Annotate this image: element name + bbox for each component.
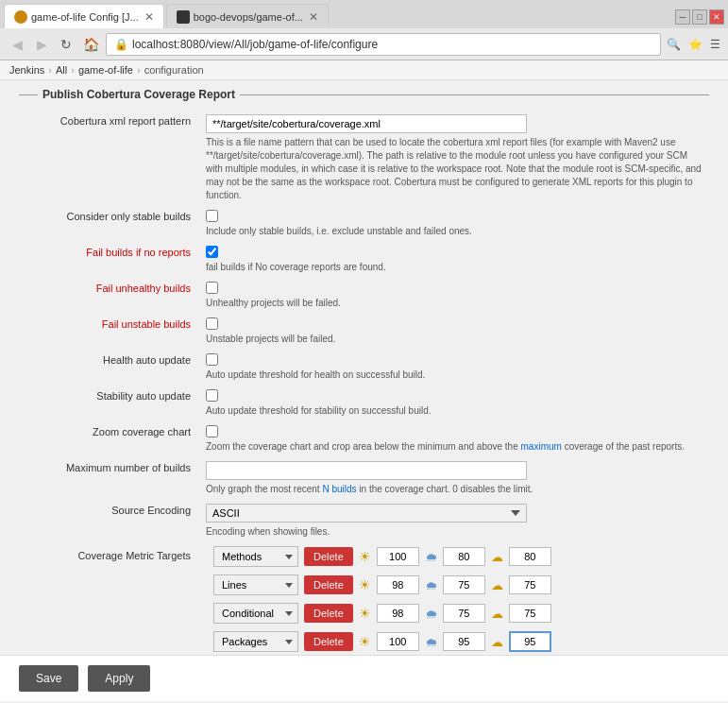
- stability-auto-checkbox[interactable]: [206, 389, 218, 402]
- max-builds-help-post: in the coverage chart. 0 disables the li…: [359, 484, 533, 494]
- reload-button[interactable]: ↻: [57, 35, 76, 54]
- cloud-icon-packages: 🌧: [425, 635, 437, 649]
- address-bar[interactable]: 🔒 localhost:8080/view/All/job/game-of-li…: [106, 33, 661, 56]
- delete-methods-button[interactable]: Delete: [304, 547, 353, 566]
- fail-unhealthy-help: Unhealthy projects will be failed.: [206, 297, 702, 310]
- search-icon[interactable]: 🔍: [667, 38, 681, 51]
- breadcrumb-sep1: ›: [48, 64, 52, 76]
- coverage-targets-field: Methods Lines Conditional Packages Delet…: [198, 542, 709, 655]
- delete-conditional-button[interactable]: Delete: [304, 604, 353, 623]
- metric-select-packages[interactable]: Methods Lines Conditional Packages: [213, 631, 298, 652]
- browser-toolbar: ◀ ▶ ↻ 🏠 🔒 localhost:8080/view/All/job/ga…: [0, 28, 728, 60]
- metric-select-conditional[interactable]: Methods Lines Conditional Packages: [213, 603, 298, 624]
- weather-icon-conditional: ☁: [491, 607, 503, 621]
- stability-auto-row: Stability auto update Auto update thresh…: [9, 386, 709, 421]
- xml-pattern-row: Cobertura xml report pattern This is a f…: [9, 111, 709, 206]
- max-builds-help-n: N builds: [322, 484, 356, 494]
- methods-val3[interactable]: [509, 547, 551, 566]
- fail-no-reports-help: fail builds if No coverage reports are f…: [206, 261, 702, 274]
- stability-auto-label: Stability auto update: [9, 386, 198, 421]
- packages-val2[interactable]: [443, 632, 485, 651]
- breadcrumb: Jenkins › All › game-of-life › configura…: [0, 60, 728, 80]
- metric-select-lines[interactable]: Methods Lines Conditional Packages: [213, 574, 298, 595]
- delete-lines-button[interactable]: Delete: [304, 575, 353, 594]
- tab2-favicon: [177, 10, 190, 24]
- max-builds-input[interactable]: [206, 461, 527, 480]
- fail-unstable-help: Unstable projects will be failed.: [206, 333, 702, 346]
- xml-pattern-input[interactable]: [206, 114, 527, 133]
- zoom-row: Zoom coverage chart Zoom the coverage ch…: [9, 421, 709, 457]
- health-auto-label: Health auto update: [9, 350, 198, 386]
- health-auto-help: Auto update threshold for health on succ…: [206, 369, 702, 382]
- apply-button[interactable]: Apply: [88, 665, 150, 692]
- fail-unhealthy-checkbox[interactable]: [206, 282, 218, 294]
- lines-val1[interactable]: [377, 575, 419, 594]
- sun-icon-conditional: ☀: [359, 606, 371, 621]
- bookmark-icon[interactable]: ⭐: [688, 38, 703, 51]
- max-builds-field: Only graph the most recent N builds in t…: [198, 457, 709, 500]
- home-button[interactable]: 🏠: [81, 35, 100, 54]
- cloud-icon-lines: 🌧: [425, 578, 437, 592]
- maximize-button[interactable]: □: [692, 9, 707, 25]
- source-encoding-row: Source Encoding ASCII UTF-8 UTF-16 ISO-8…: [9, 500, 709, 542]
- tab-close-icon[interactable]: ✕: [144, 10, 154, 24]
- cloud-icon-conditional: 🌧: [425, 607, 437, 621]
- inactive-tab[interactable]: bogo-devops/game-of... ✕: [166, 4, 329, 28]
- menu-icon[interactable]: ☰: [710, 38, 720, 51]
- fail-unstable-checkbox[interactable]: [206, 317, 218, 330]
- zoom-help-post: coverage of the past reports.: [565, 441, 685, 452]
- xml-pattern-field-cell: This is a file name pattern that can be …: [198, 111, 709, 206]
- coverage-targets-label: Coverage Metric Targets: [9, 542, 198, 655]
- zoom-checkbox[interactable]: [206, 425, 218, 437]
- tab-label: game-of-life Config [J...: [31, 11, 139, 23]
- forward-button[interactable]: ▶: [32, 35, 51, 54]
- header-line-left: [19, 94, 38, 95]
- weather-icon-packages: ☁: [491, 635, 503, 649]
- source-encoding-select[interactable]: ASCII UTF-8 UTF-16 ISO-8859-1: [206, 504, 527, 523]
- health-auto-row: Health auto update Auto update threshold…: [9, 350, 709, 386]
- zoom-help-pre: Zoom the coverage chart and crop area be…: [206, 441, 518, 452]
- section-header: Publish Cobertura Coverage Report: [9, 88, 709, 101]
- address-icon: 🔒: [114, 38, 128, 51]
- breadcrumb-all[interactable]: All: [56, 64, 67, 76]
- health-auto-checkbox[interactable]: [206, 353, 218, 366]
- stable-builds-checkbox[interactable]: [206, 210, 218, 222]
- sun-icon-lines: ☀: [359, 577, 371, 592]
- metric-row-methods: Methods Lines Conditional Packages Delet…: [213, 546, 702, 567]
- minimize-button[interactable]: ─: [675, 9, 690, 25]
- back-button[interactable]: ◀: [8, 35, 26, 54]
- conditional-val1[interactable]: [377, 604, 419, 623]
- source-encoding-field: ASCII UTF-8 UTF-16 ISO-8859-1 Encoding w…: [198, 500, 709, 542]
- conditional-val3[interactable]: [509, 604, 551, 623]
- conditional-val2[interactable]: [443, 604, 485, 623]
- metric-select-methods[interactable]: Methods Lines Conditional Packages: [213, 546, 298, 567]
- fail-unstable-label: Fail unstable builds: [9, 314, 198, 350]
- packages-val3[interactable]: [509, 631, 551, 652]
- fail-no-reports-checkbox[interactable]: [206, 246, 218, 258]
- breadcrumb-jenkins[interactable]: Jenkins: [9, 64, 44, 76]
- save-button[interactable]: Save: [19, 665, 78, 692]
- breadcrumb-current: configuration: [144, 64, 204, 76]
- content-area: Publish Cobertura Coverage Report Cobert…: [0, 80, 728, 655]
- active-tab[interactable]: game-of-life Config [J... ✕: [4, 4, 164, 28]
- fail-unstable-row: Fail unstable builds Unstable projects w…: [9, 314, 709, 350]
- tab2-close-icon[interactable]: ✕: [309, 10, 318, 24]
- toolbar-icons: 🔍 ⭐ ☰: [667, 38, 720, 51]
- breadcrumb-project[interactable]: game-of-life: [78, 64, 133, 76]
- lines-val2[interactable]: [443, 575, 485, 594]
- address-text: localhost:8080/view/All/job/game-of-life…: [132, 38, 378, 51]
- sun-icon-methods: ☀: [359, 549, 371, 564]
- lines-val3[interactable]: [509, 575, 551, 594]
- zoom-field: Zoom the coverage chart and crop area be…: [198, 421, 709, 457]
- coverage-targets-area: Methods Lines Conditional Packages Delet…: [206, 546, 702, 655]
- close-window-button[interactable]: ✕: [709, 9, 724, 25]
- weather-icon-lines: ☁: [491, 578, 503, 592]
- packages-val1[interactable]: [377, 632, 419, 651]
- fail-unhealthy-row: Fail unhealthy builds Unhealthy projects…: [9, 278, 709, 314]
- methods-val2[interactable]: [443, 547, 485, 566]
- delete-packages-button[interactable]: Delete: [304, 632, 353, 651]
- metric-row-packages: Methods Lines Conditional Packages Delet…: [213, 631, 702, 652]
- breadcrumb-sep3: ›: [137, 64, 141, 76]
- breadcrumb-sep2: ›: [71, 64, 75, 76]
- methods-val1[interactable]: [377, 547, 419, 566]
